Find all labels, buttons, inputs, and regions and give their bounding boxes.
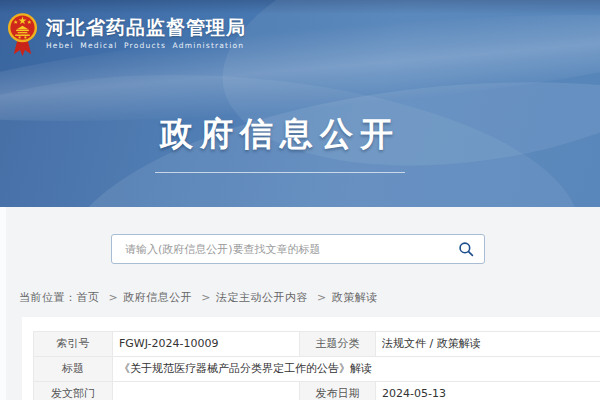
content-section: 当前位置：首页 >政府信息公开 >法定主动公开内容 >政策解读 索引号 FGWJ… bbox=[0, 207, 600, 400]
field-label-title: 标题 bbox=[34, 357, 113, 382]
breadcrumb-separator: > bbox=[317, 291, 327, 304]
page-title: 政府信息公开 bbox=[0, 112, 560, 157]
search-input[interactable] bbox=[123, 242, 458, 257]
table-row: 索引号 FGWJ-2024-10009 主题分类 法规文件 / 政策解读 bbox=[34, 332, 600, 357]
breadcrumb-item-home[interactable]: 首页 bbox=[77, 291, 100, 304]
search-box bbox=[111, 234, 485, 264]
field-value-issuing-department bbox=[113, 382, 300, 400]
table-row: 发文部门 发布日期 2024-05-13 bbox=[34, 382, 600, 400]
search-row bbox=[6, 207, 600, 264]
breadcrumb-item-statutory-disclosure[interactable]: 法定主动公开内容 bbox=[216, 291, 308, 304]
field-value-publish-date: 2024-05-13 bbox=[376, 382, 600, 400]
breadcrumb: 当前位置：首页 >政府信息公开 >法定主动公开内容 >政策解读 bbox=[19, 290, 600, 305]
org-name-en: Hebei Medical Products Administration bbox=[46, 41, 246, 50]
banner-underline bbox=[155, 172, 405, 173]
breadcrumb-separator: > bbox=[109, 291, 119, 304]
breadcrumb-prefix: 当前位置： bbox=[19, 291, 77, 304]
org-names: 河北省药品监督管理局 Hebei Medical Products Admini… bbox=[46, 11, 246, 50]
site-logo[interactable]: 河北省药品监督管理局 Hebei Medical Products Admini… bbox=[7, 11, 246, 58]
breadcrumb-separator: > bbox=[201, 291, 211, 304]
hero-header: 河北省药品监督管理局 Hebei Medical Products Admini… bbox=[0, 0, 600, 207]
field-label-issuing-department: 发文部门 bbox=[34, 382, 113, 400]
field-value-title: 《关于规范医疗器械产品分类界定工作的公告》解读 bbox=[113, 357, 600, 382]
field-value-index-number: FGWJ-2024-10009 bbox=[113, 332, 300, 357]
search-button[interactable] bbox=[458, 241, 474, 257]
breadcrumb-item-info-disclosure[interactable]: 政府信息公开 bbox=[123, 291, 192, 304]
field-label-publish-date: 发布日期 bbox=[300, 382, 376, 400]
field-label-topic-category: 主题分类 bbox=[300, 332, 376, 357]
breadcrumb-item-policy-interpretation[interactable]: 政策解读 bbox=[332, 291, 378, 304]
field-label-index-number: 索引号 bbox=[34, 332, 113, 357]
org-name-zh: 河北省药品监督管理局 bbox=[46, 16, 246, 38]
document-card: 索引号 FGWJ-2024-10009 主题分类 法规文件 / 政策解读 标题 … bbox=[22, 317, 600, 400]
national-emblem-icon bbox=[7, 11, 38, 58]
document-info-table: 索引号 FGWJ-2024-10009 主题分类 法规文件 / 政策解读 标题 … bbox=[33, 331, 600, 400]
table-row: 标题 《关于规范医疗器械产品分类界定工作的公告》解读 bbox=[34, 357, 600, 382]
search-icon bbox=[458, 241, 474, 257]
field-value-topic-category: 法规文件 / 政策解读 bbox=[376, 332, 600, 357]
banner: 政府信息公开 bbox=[0, 112, 560, 173]
